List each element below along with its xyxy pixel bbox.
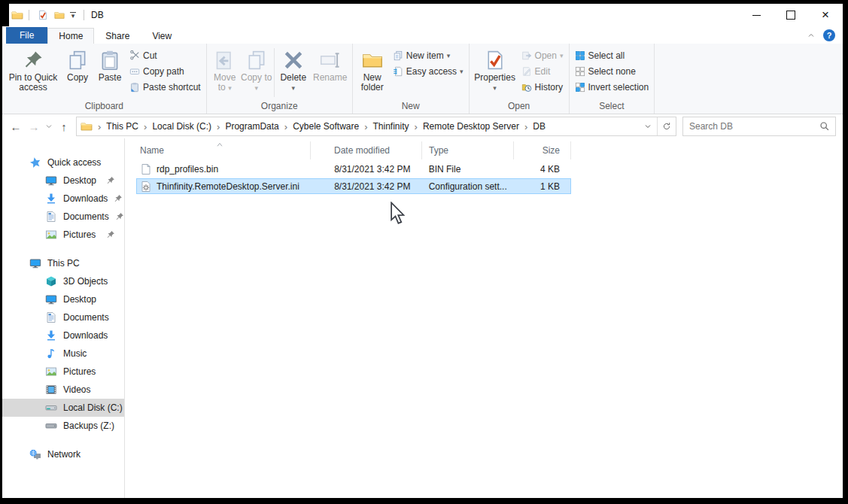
minimize-icon xyxy=(752,15,761,16)
new-folder-icon xyxy=(362,50,383,71)
help-button[interactable]: ? xyxy=(823,29,835,41)
properties-button[interactable]: Properties▾ xyxy=(472,45,518,93)
column-header-date-modified[interactable]: Date modified xyxy=(311,141,422,159)
column-header-size[interactable]: Size xyxy=(514,141,571,159)
file-row[interactable]: rdp_profiles.bin 8/31/2021 3:42 PM BIN F… xyxy=(136,161,571,177)
edit-button[interactable]: Edit xyxy=(518,64,567,79)
breadcrumb-separator: › xyxy=(98,121,101,132)
column-header-type[interactable]: Type xyxy=(422,141,514,159)
new-item-button[interactable]: New item ▾ xyxy=(390,48,467,63)
close-button[interactable]: × xyxy=(808,4,843,26)
sidebar-item-downloads[interactable]: Downloads xyxy=(2,190,124,208)
breadcrumb-separator: › xyxy=(364,121,367,132)
select-all-button[interactable]: Select all xyxy=(572,48,652,63)
tab-view[interactable]: View xyxy=(141,29,183,44)
cut-button[interactable]: Cut xyxy=(126,48,204,63)
sidebar-item-pictures[interactable]: Pictures xyxy=(2,226,124,244)
paste-button[interactable]: Paste xyxy=(93,45,126,83)
breadcrumb-item[interactable]: Cybele Software xyxy=(293,121,359,132)
group-organize: Move to ▾ Copy to ▾ Delete▾ Rename Organ… xyxy=(207,44,353,114)
group-label: New xyxy=(355,100,467,114)
file-date-modified: 8/31/2021 3:42 PM xyxy=(311,164,422,175)
search-input[interactable] xyxy=(683,121,819,132)
search-icon[interactable] xyxy=(819,121,830,132)
sidebar-item-documents[interactable]: Documents xyxy=(2,208,124,226)
tab-file[interactable]: File xyxy=(6,27,47,44)
delete-button[interactable]: Delete▾ xyxy=(276,45,311,93)
pictures-icon xyxy=(45,366,57,378)
group-label: Open xyxy=(472,100,567,114)
new-item-icon xyxy=(393,50,403,61)
copy-button[interactable]: Copy xyxy=(62,45,93,83)
sidebar-section-this-pc[interactable]: This PC xyxy=(2,254,124,272)
properties-check-icon xyxy=(38,10,48,20)
sidebar-item-videos[interactable]: Videos xyxy=(2,381,124,399)
qat-new-folder-button[interactable] xyxy=(51,7,68,23)
minimize-button[interactable] xyxy=(739,4,774,26)
easy-access-icon xyxy=(393,66,403,77)
easy-access-button[interactable]: Easy access ▾ xyxy=(390,64,467,79)
new-folder-button[interactable]: New folder xyxy=(355,45,390,93)
sidebar-item-local-disk-c[interactable]: Local Disk (C:) xyxy=(2,399,124,417)
copy-path-button[interactable]: Copy path xyxy=(126,64,204,79)
history-button[interactable]: History xyxy=(518,80,567,95)
button-label: New item xyxy=(406,50,444,61)
open-button[interactable]: Open ▾ xyxy=(518,48,567,63)
rename-button[interactable]: Rename xyxy=(311,45,350,83)
sidebar-item-pictures-pc[interactable]: Pictures xyxy=(2,363,124,381)
paste-shortcut-button[interactable]: Paste shortcut xyxy=(126,80,204,95)
breadcrumb-item[interactable]: Local Disk (C:) xyxy=(152,121,211,132)
up-button[interactable]: ↑ xyxy=(55,117,73,135)
spacer xyxy=(2,244,124,254)
sidebar-label: This PC xyxy=(47,258,80,269)
breadcrumb[interactable]: › This PC › Local Disk (C:) › ProgramDat… xyxy=(76,117,676,136)
qat-customize-dropdown[interactable]: ▾ xyxy=(68,7,78,23)
sidebar-section-network[interactable]: Network xyxy=(2,445,124,463)
breadcrumb-item[interactable]: Remote Desktop Server xyxy=(423,121,519,132)
sidebar-label: Local Disk (C:) xyxy=(63,402,123,413)
forward-button[interactable]: → xyxy=(25,117,43,135)
chevron-down-icon: ▾ xyxy=(447,52,451,59)
pin-to-quick-access-button[interactable]: Pin to Quick access xyxy=(5,45,62,93)
documents-icon xyxy=(45,311,57,323)
address-dropdown-button[interactable] xyxy=(639,117,657,135)
sidebar-item-desktop-pc[interactable]: Desktop xyxy=(2,290,124,308)
sidebar-item-backups-z[interactable]: Backups (Z:) xyxy=(2,417,124,435)
pin-icon xyxy=(106,176,115,185)
breadcrumb-item[interactable]: DB xyxy=(533,121,546,132)
button-label: Copy path xyxy=(143,66,184,77)
recent-locations-dropdown[interactable] xyxy=(43,117,55,135)
select-all-icon xyxy=(575,50,585,61)
breadcrumb-item[interactable]: ProgramData xyxy=(225,121,278,132)
qat-properties-button[interactable] xyxy=(35,7,51,23)
back-button[interactable]: ← xyxy=(7,117,25,135)
sidebar-item-documents-pc[interactable]: Documents xyxy=(2,308,124,326)
tab-home[interactable]: Home xyxy=(47,28,94,44)
group-new: New folder New item ▾ Easy access ▾ New xyxy=(353,44,470,114)
copy-to-button[interactable]: Copy to ▾ xyxy=(241,45,272,93)
maximize-icon xyxy=(786,11,795,20)
sidebar-item-3d-objects[interactable]: 3D Objects xyxy=(2,272,124,290)
maximize-button[interactable] xyxy=(774,4,808,26)
breadcrumb-item[interactable]: This PC xyxy=(106,121,138,132)
collapse-ribbon-chevron-icon[interactable] xyxy=(807,31,816,40)
tab-share[interactable]: Share xyxy=(94,29,141,44)
select-none-button[interactable]: Select none xyxy=(572,64,652,79)
refresh-button[interactable] xyxy=(658,117,676,135)
file-row-selected[interactable]: Thinfinity.RemoteDesktop.Server.ini 8/31… xyxy=(136,178,571,194)
file-name: Thinfinity.RemoteDesktop.Server.ini xyxy=(157,181,299,192)
sidebar-item-music[interactable]: Music xyxy=(2,345,124,363)
copy-icon xyxy=(67,50,88,71)
delete-x-icon xyxy=(283,50,304,71)
sidebar-section-quick-access[interactable]: Quick access xyxy=(2,153,124,172)
file-date-modified: 8/31/2021 3:42 PM xyxy=(311,181,422,192)
separator xyxy=(84,10,84,20)
invert-selection-button[interactable]: Invert selection xyxy=(572,80,652,95)
downloads-icon xyxy=(45,329,57,342)
sidebar-item-desktop[interactable]: Desktop xyxy=(2,172,124,190)
sidebar-item-downloads-pc[interactable]: Downloads xyxy=(2,326,124,345)
chevron-down-icon: ▾ xyxy=(71,14,75,18)
move-to-button[interactable]: Move to ▾ xyxy=(209,45,241,93)
breadcrumb-item[interactable]: Thinfinity xyxy=(373,121,409,132)
spacer xyxy=(2,435,124,445)
